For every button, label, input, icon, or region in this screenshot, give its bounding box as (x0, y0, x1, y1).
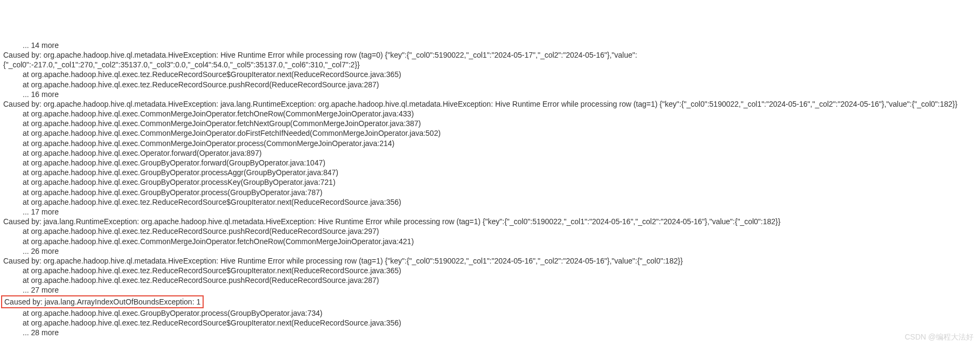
log-line: ... 17 more (3, 207, 977, 217)
log-line: at org.apache.hadoop.hive.ql.exec.tez.Re… (3, 197, 977, 207)
log-line: ... 16 more (3, 89, 977, 99)
highlighted-exception: Caused by: java.lang.ArrayIndexOutOfBoun… (1, 295, 204, 308)
log-line: at org.apache.hadoop.hive.ql.exec.GroupB… (3, 158, 977, 168)
log-line: Caused by: java.lang.RuntimeException: o… (3, 217, 977, 226)
log-text: ... 16 more (23, 90, 59, 99)
log-text: at org.apache.hadoop.hive.ql.exec.tez.Re… (23, 319, 401, 327)
log-text: ... 14 more (23, 41, 59, 50)
log-line: at org.apache.hadoop.hive.ql.exec.tez.Re… (3, 266, 977, 275)
log-line: at org.apache.hadoop.hive.ql.exec.Common… (3, 237, 977, 246)
log-text: at org.apache.hadoop.hive.ql.exec.tez.Re… (23, 266, 401, 275)
log-text: at org.apache.hadoop.hive.ql.exec.Common… (23, 139, 394, 148)
log-text: at org.apache.hadoop.hive.ql.exec.tez.Re… (23, 70, 401, 79)
log-line: ... 26 more (3, 246, 977, 256)
log-text: at org.apache.hadoop.hive.ql.exec.Common… (23, 109, 414, 118)
log-line: Caused by: java.lang.ArrayIndexOutOfBoun… (3, 295, 977, 308)
log-text: at org.apache.hadoop.hive.ql.exec.Common… (23, 119, 421, 128)
log-text: Caused by: org.apache.hadoop.hive.ql.met… (3, 51, 637, 69)
log-line: at org.apache.hadoop.hive.ql.exec.GroupB… (3, 188, 977, 197)
log-line: at org.apache.hadoop.hive.ql.exec.GroupB… (3, 168, 977, 177)
log-line: at org.apache.hadoop.hive.ql.exec.tez.Re… (3, 70, 977, 79)
log-line: ... 14 more (3, 40, 977, 50)
log-line: at org.apache.hadoop.hive.ql.exec.GroupB… (3, 177, 977, 187)
log-text: Caused by: org.apache.hadoop.hive.ql.met… (3, 257, 683, 265)
log-line: at org.apache.hadoop.hive.ql.exec.Common… (3, 119, 977, 128)
log-line: ... 27 more (3, 285, 977, 295)
log-text: at org.apache.hadoop.hive.ql.exec.Common… (23, 129, 441, 137)
log-text: ... 28 more (23, 328, 59, 337)
log-text: at org.apache.hadoop.hive.ql.exec.Common… (23, 237, 414, 246)
log-line: at org.apache.hadoop.hive.ql.exec.tez.Re… (3, 80, 977, 89)
log-line: Caused by: org.apache.hadoop.hive.ql.met… (3, 99, 977, 109)
log-line: Caused by: org.apache.hadoop.hive.ql.met… (3, 50, 977, 70)
log-text: ... 27 more (23, 286, 59, 294)
log-text: at org.apache.hadoop.hive.ql.exec.GroupB… (23, 178, 336, 186)
log-text: Caused by: java.lang.RuntimeException: o… (3, 217, 781, 226)
log-text: at org.apache.hadoop.hive.ql.exec.GroupB… (23, 168, 338, 177)
log-text: at org.apache.hadoop.hive.ql.exec.GroupB… (23, 188, 322, 197)
log-text: at org.apache.hadoop.hive.ql.exec.tez.Re… (23, 80, 379, 89)
log-line: at org.apache.hadoop.hive.ql.exec.Common… (3, 139, 977, 148)
log-text: at org.apache.hadoop.hive.ql.exec.tez.Re… (23, 276, 379, 285)
log-text: Caused by: org.apache.hadoop.hive.ql.met… (3, 100, 957, 108)
log-line: at org.apache.hadoop.hive.ql.exec.tez.Re… (3, 275, 977, 285)
log-line: Caused by: org.apache.hadoop.hive.ql.met… (3, 256, 977, 266)
log-line: at org.apache.hadoop.hive.ql.exec.Common… (3, 109, 977, 119)
log-text: ... 17 more (23, 207, 59, 216)
log-text: at org.apache.hadoop.hive.ql.exec.GroupB… (23, 158, 325, 167)
stack-trace-log: ... 14 moreCaused by: org.apache.hadoop.… (3, 40, 977, 338)
log-line: at org.apache.hadoop.hive.ql.exec.tez.Re… (3, 226, 977, 236)
log-text: at org.apache.hadoop.hive.ql.exec.tez.Re… (23, 227, 379, 236)
log-text: at org.apache.hadoop.hive.ql.exec.GroupB… (23, 309, 322, 317)
log-text: ... 26 more (23, 247, 59, 255)
log-text: at org.apache.hadoop.hive.ql.exec.Operat… (23, 149, 262, 157)
log-line: at org.apache.hadoop.hive.ql.exec.GroupB… (3, 308, 977, 318)
log-line: at org.apache.hadoop.hive.ql.exec.tez.Re… (3, 318, 977, 328)
log-text: at org.apache.hadoop.hive.ql.exec.tez.Re… (23, 198, 401, 206)
log-line: at org.apache.hadoop.hive.ql.exec.Operat… (3, 148, 977, 158)
log-line: ... 28 more (3, 328, 977, 337)
log-line: at org.apache.hadoop.hive.ql.exec.Common… (3, 128, 977, 138)
